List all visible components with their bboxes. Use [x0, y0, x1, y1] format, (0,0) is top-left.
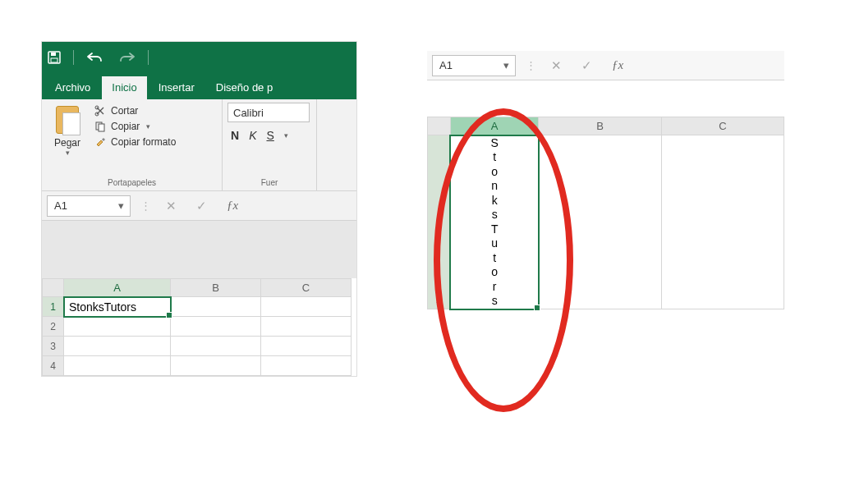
name-box-right[interactable]: A1 ▾	[432, 55, 516, 76]
tab-file[interactable]: Archivo	[45, 76, 100, 99]
cell-B3[interactable]	[171, 337, 261, 356]
row-header-1[interactable]: 1	[428, 135, 451, 309]
save-icon[interactable]	[47, 50, 62, 65]
ribbon: Pegar ▾ Cortar Copiar ▾ Copiar	[42, 99, 356, 191]
column-header-A[interactable]: A	[450, 117, 539, 135]
formula-bar-row-left: A1 ▾ ⋮ ✕ ✓ ƒx	[42, 191, 356, 221]
name-box-dropdown[interactable]: ▾	[113, 199, 128, 212]
copy-button[interactable]: Copiar ▾	[93, 120, 177, 133]
cell-B1[interactable]	[539, 135, 661, 309]
excel-window-left: Archivo Inicio Insertar Diseño de p Pega…	[41, 41, 357, 377]
column-header-A[interactable]: A	[64, 279, 171, 297]
cell-C1[interactable]	[261, 297, 352, 317]
italic-button[interactable]: K	[249, 129, 256, 142]
formula-bar-row-right: A1 ▾ ⋮ ✕ ✓ ƒx	[427, 51, 784, 80]
redo-icon[interactable]	[117, 51, 136, 64]
cell-C4[interactable]	[261, 356, 352, 376]
svg-rect-2	[51, 58, 57, 62]
ribbon-group-clipboard: Pegar ▾ Cortar Copiar ▾ Copiar	[42, 99, 223, 190]
select-all-corner[interactable]	[428, 117, 451, 135]
name-box-value: A1	[439, 59, 453, 71]
cell-A3[interactable]	[64, 337, 171, 356]
format-painter-button[interactable]: Copiar formato	[93, 135, 177, 149]
row-header-4[interactable]: 4	[43, 356, 64, 376]
column-header-C[interactable]: C	[261, 279, 352, 297]
undo-icon[interactable]	[85, 51, 105, 64]
svg-rect-1	[51, 53, 56, 56]
cell-A4[interactable]	[64, 356, 171, 376]
cell-C1[interactable]	[661, 135, 784, 309]
column-header-B[interactable]: B	[539, 117, 661, 135]
spreadsheet-grid-left[interactable]: A B C 1 StonksTutors 2 3 4	[42, 278, 356, 376]
ribbon-tabstrip: Archivo Inicio Insertar Diseño de p	[42, 73, 356, 99]
bold-button[interactable]: N	[231, 129, 239, 142]
name-box-dropdown[interactable]: ▾	[499, 59, 513, 71]
cell-B2[interactable]	[171, 317, 261, 337]
select-all-corner[interactable]	[43, 279, 64, 297]
column-header-C[interactable]: C	[661, 117, 784, 135]
ribbon-group-font: Calibri N K S ▾ Fuer	[223, 99, 317, 190]
tab-design[interactable]: Diseño de p	[206, 76, 283, 99]
font-name-value: Calibri	[233, 107, 264, 119]
row-header-3[interactable]: 3	[43, 337, 64, 356]
cut-label: Cortar	[111, 105, 138, 117]
name-box-left[interactable]: A1 ▾	[47, 195, 131, 217]
cancel-entry-icon[interactable]: ✕	[161, 199, 182, 213]
tab-insert[interactable]: Insertar	[149, 76, 205, 99]
scissors-icon	[94, 105, 106, 117]
paste-label: Pegar	[54, 137, 80, 149]
fx-icon[interactable]: ƒx	[607, 58, 628, 72]
row-header-1[interactable]: 1	[43, 297, 64, 317]
quick-access-toolbar	[42, 42, 356, 73]
svg-rect-6	[99, 124, 104, 131]
cancel-entry-icon[interactable]: ✕	[546, 58, 567, 73]
qat-divider-2	[148, 50, 149, 65]
row-header-2[interactable]: 2	[43, 317, 64, 337]
cut-button[interactable]: Cortar	[93, 104, 177, 117]
spreadsheet-grid-right[interactable]: A B C 1 S t o n k s T u t o r s	[427, 117, 784, 310]
font-name-select[interactable]: Calibri	[227, 103, 310, 122]
column-header-B[interactable]: B	[171, 279, 261, 297]
separator: ⋮	[526, 59, 536, 71]
grey-spacer	[42, 221, 356, 278]
clipboard-group-label: Portapapeles	[47, 176, 217, 189]
cell-A1-vertical[interactable]: S t o n k s T u t o r s	[450, 135, 539, 309]
enter-entry-icon[interactable]: ✓	[577, 58, 597, 73]
name-box-value: A1	[54, 199, 67, 212]
enter-entry-icon[interactable]: ✓	[191, 199, 212, 213]
cell-A1[interactable]: StonksTutors	[64, 297, 171, 317]
underline-button[interactable]: S	[266, 129, 273, 142]
font-group-label: Fuer	[227, 176, 311, 189]
format-painter-label: Copiar formato	[111, 136, 176, 148]
brush-icon	[94, 136, 106, 148]
separator: ⋮	[140, 199, 151, 212]
paste-button[interactable]: Pegar ▾	[47, 103, 88, 158]
excel-window-right: A1 ▾ ⋮ ✕ ✓ ƒx A B C 1 S t o n k s T u t …	[427, 51, 784, 310]
copy-label: Copiar	[111, 121, 140, 132]
tab-home[interactable]: Inicio	[102, 76, 146, 99]
fx-icon[interactable]: ƒx	[222, 199, 243, 213]
clipboard-icon	[53, 104, 82, 137]
cell-C2[interactable]	[261, 317, 352, 337]
qat-divider	[73, 50, 74, 65]
cell-B1[interactable]	[171, 297, 261, 317]
cell-C3[interactable]	[261, 337, 352, 356]
cell-A2[interactable]	[64, 317, 171, 337]
copy-icon	[94, 121, 106, 132]
cell-B4[interactable]	[171, 356, 261, 376]
